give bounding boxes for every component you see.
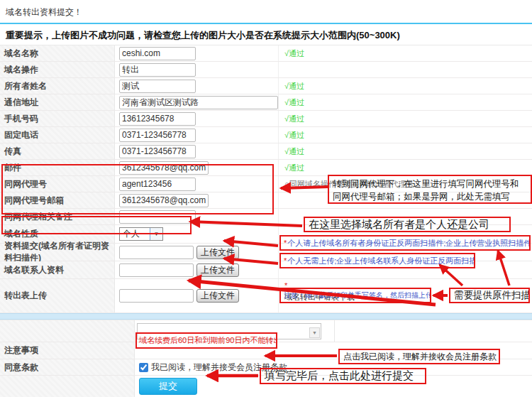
highlight-box-agent-rows — [1, 164, 274, 214]
transfer-form-input[interactable] — [119, 289, 194, 303]
pass-status: √通过 — [284, 114, 304, 124]
label-domain-name: 域名名称 — [0, 45, 115, 61]
phone-input[interactable] — [119, 129, 196, 142]
callout-domain-type: 在这里选择域名所有者是个人还是公司 — [304, 217, 511, 232]
note-owner-proof: * 个人请上传域名所有者身份证正反两面扫描件;企业上传营业执照扫描件 — [279, 235, 531, 251]
transfer-form-note-text: 注意：请下载后打印并手写签名，然后扫描上传。 — [284, 290, 431, 300]
label-address: 通信地址 — [0, 94, 115, 110]
submit-button[interactable]: 提交 — [139, 378, 197, 395]
label-fax: 传真 — [0, 143, 115, 159]
pass-status: √通过 — [284, 81, 304, 92]
label-agree: 同意条款 — [0, 359, 135, 375]
pass-status: √通过 — [284, 163, 304, 173]
label-notice: 注意事项 — [0, 342, 135, 359]
contact-proof-note-text: 个人无需上传;企业上传域名联系人身份证正反两面扫描件 — [287, 256, 475, 266]
domain-action-input[interactable] — [119, 63, 196, 77]
required-star: * — [284, 256, 287, 265]
owner-proof-note-text: 个人请上传域名所有者身份证正反两面扫描件;企业上传营业执照扫描件 — [287, 238, 531, 249]
row-mobile: 手机号码 √通过 — [0, 111, 532, 127]
callout-agree: 点击我已阅读，理解并接收会员注册条款 — [338, 349, 500, 364]
row-phone: 固定电话 √通过 — [0, 127, 532, 143]
label-owner-name: 所有者姓名 — [0, 78, 115, 94]
label-mobile: 手机号码 — [0, 111, 115, 126]
mobile-input[interactable] — [119, 112, 196, 126]
label-phone: 固定电话 — [0, 127, 115, 143]
owner-proof-upload-button[interactable]: 上传文件 — [196, 246, 239, 259]
pass-status: √通过 — [284, 130, 304, 141]
note-contact-proof: * 个人无需上传;企业上传域名联系人身份证正反两面扫描件 — [279, 253, 475, 268]
required-star: * — [284, 239, 287, 247]
warning-text: 重要提示，上传图片不成功问题，请检查您上传的图片大小是否在系统提示大小范围内(5… — [0, 24, 532, 45]
label-contact-proof: 域名联系人资料 — [0, 261, 115, 278]
callout-original-scan: 需要提供原件扫描件 — [449, 288, 530, 303]
row-owner-name: 所有者姓名 √通过 — [0, 78, 532, 94]
fax-input[interactable] — [119, 145, 196, 158]
callout-agent: 转到同网代理下，在这里进行填写同网代理号和同网代理号邮箱；如果是异网，此处无需填… — [328, 175, 532, 204]
pass-status: √通过 — [284, 48, 304, 59]
owner-name-input[interactable] — [119, 80, 196, 93]
highlight-box-domain-type-row — [1, 216, 192, 234]
label-transfer-form: 转出表上传 — [0, 279, 115, 312]
domain-name-input[interactable] — [119, 47, 196, 60]
scrollbar-down-icon[interactable]: ▼ — [309, 327, 320, 338]
pass-status: √通过 — [284, 146, 304, 157]
owner-proof-input[interactable] — [119, 246, 194, 259]
notice-value: 域名续费后60日和到期前90日内不能转出。 — [135, 332, 277, 349]
row-domain-action: 域名操作 — [0, 62, 532, 78]
pass-status: √通过 — [284, 97, 304, 108]
domain-transfer-page: 域名转出资料提交！ 重要提示，上传图片不成功问题，请检查您上传的图片大小是否在系… — [0, 0, 532, 397]
contact-proof-input[interactable] — [119, 263, 194, 277]
page-title: 域名转出资料提交！ — [0, 0, 532, 23]
note-transfer-form: 注意：请下载后打印并手写签名，然后扫描上传。 — [279, 288, 431, 303]
agree-checkbox[interactable] — [139, 363, 148, 372]
label-domain-action: 域名操作 — [0, 62, 115, 77]
row-domain-name: 域名名称 √通过 — [0, 45, 532, 62]
callout-submit: 填写完毕后，点击此处进行提交 — [260, 368, 426, 384]
section-divider-band — [0, 313, 532, 320]
empty-label-cell — [0, 376, 135, 397]
label-owner-proof: 资料提交(域名所有者证明资料扫描件) — [0, 244, 115, 261]
transfer-form-upload-button[interactable]: 上传文件 — [196, 289, 239, 303]
empty-label-cell — [0, 320, 135, 342]
contact-proof-upload-button[interactable]: 上传文件 — [196, 263, 239, 277]
row-fax: 传真 √通过 — [0, 143, 532, 160]
address-input[interactable] — [119, 96, 278, 109]
row-address: 通信地址 √通过 — [0, 94, 532, 111]
